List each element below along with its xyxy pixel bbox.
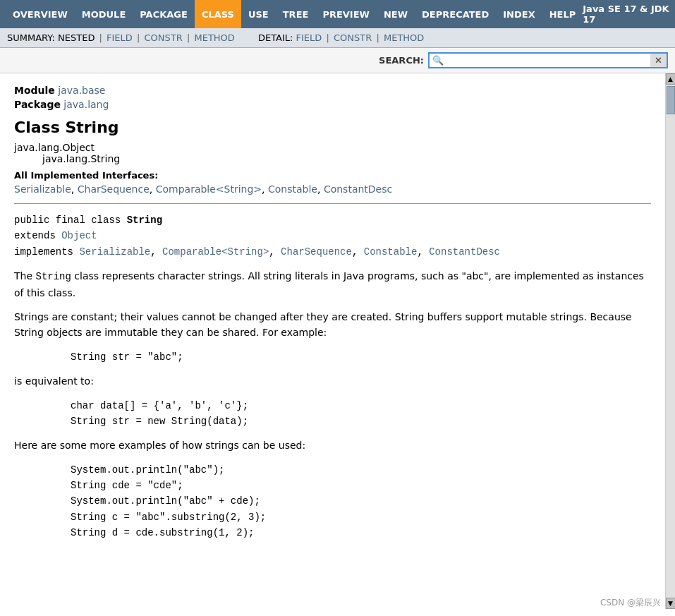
inheritance-string: java.lang.String xyxy=(42,153,651,164)
interface-serializable[interactable]: Serializable xyxy=(14,183,71,195)
code-line: char data[] = {'a', 'b', 'c'}; xyxy=(71,398,651,413)
summary-label: SUMMARY: xyxy=(7,32,55,43)
sep4: | xyxy=(326,32,329,43)
detail-method[interactable]: METHOD xyxy=(384,32,424,43)
description-para2: Strings are constant; their values canno… xyxy=(14,309,651,341)
package-link[interactable]: java.lang xyxy=(63,99,109,110)
top-navigation: OVERVIEW MODULE PACKAGE CLASS USE TREE P… xyxy=(0,0,675,28)
nav-item-new[interactable]: NEW xyxy=(377,0,415,28)
interface-charsequence[interactable]: CharSequence xyxy=(78,183,150,195)
summary-nested: NESTED xyxy=(58,32,95,43)
code-line: String str = new String(data); xyxy=(71,413,651,429)
nav-item-index[interactable]: INDEX xyxy=(496,0,542,28)
class-declaration: public final class String extends Object… xyxy=(14,212,651,260)
sep1: | xyxy=(99,32,102,43)
search-bar: SEARCH: 🔍 ✕ xyxy=(0,48,675,73)
code-line: String cde = "cde"; xyxy=(71,478,651,493)
watermark: CSDN @梁辰兴 xyxy=(600,597,661,609)
nav-item-preview[interactable]: PREVIEW xyxy=(315,0,377,28)
sep3: | xyxy=(187,32,190,43)
nav-item-module[interactable]: MODULE xyxy=(75,0,133,28)
nav-item-use[interactable]: USE xyxy=(241,0,276,28)
interface-constable[interactable]: Constable xyxy=(268,183,317,195)
nav-item-help[interactable]: HELP xyxy=(542,0,583,28)
section-divider xyxy=(14,203,651,204)
search-label: SEARCH: xyxy=(379,55,424,66)
scroll-thumb[interactable] xyxy=(667,86,675,114)
detail-constr[interactable]: CONSTR xyxy=(334,32,372,43)
summary-constr[interactable]: CONSTR xyxy=(145,32,183,43)
nav-item-deprecated[interactable]: DEPRECATED xyxy=(415,0,496,28)
code-line: System.out.println("abc" + cde); xyxy=(71,493,651,509)
sep2: | xyxy=(137,32,140,43)
code-line: String d = cde.substring(1, 2); xyxy=(71,525,651,540)
code-line: String c = "abc".substring(2, 3); xyxy=(71,509,651,525)
decl-impl-charsequence[interactable]: CharSequence xyxy=(281,246,352,258)
module-link[interactable]: java.base xyxy=(58,85,105,96)
main-content: Module java.base Package java.lang Class… xyxy=(0,73,665,609)
decl-impl-serializable[interactable]: Serializable xyxy=(79,246,150,258)
decl-impl-comparable[interactable]: Comparable<String> xyxy=(162,246,269,258)
decl-implements-keyword: implements xyxy=(14,246,79,258)
nav-item-class[interactable]: CLASS xyxy=(195,0,241,28)
search-wrapper: 🔍 ✕ xyxy=(428,52,668,68)
description-para1: The String class represents character st… xyxy=(14,268,651,301)
code-example1: String str = "abc"; xyxy=(71,349,651,365)
interface-constantdesc[interactable]: ConstantDesc xyxy=(324,183,392,195)
module-label: Module xyxy=(14,85,55,96)
interfaces-list: Serializable, CharSequence, Comparable<S… xyxy=(14,183,651,195)
decl-impl-constantdesc[interactable]: ConstantDesc xyxy=(429,246,500,258)
scrollbar[interactable]: ▲ ▼ xyxy=(665,73,675,609)
sub-navigation: SUMMARY: NESTED | FIELD | CONSTR | METHO… xyxy=(0,28,675,48)
summary-method[interactable]: METHOD xyxy=(194,32,234,43)
decl-extends-class[interactable]: Object xyxy=(61,230,97,241)
nav-item-package[interactable]: PACKAGE xyxy=(133,0,195,28)
package-label: Package xyxy=(14,99,61,110)
inheritance-object[interactable]: java.lang.Object xyxy=(14,142,651,153)
version-label: Java SE 17 & JDK 17 xyxy=(583,4,669,25)
nav-item-overview[interactable]: OVERVIEW xyxy=(6,0,75,28)
decl-modifiers: public final class xyxy=(14,215,127,226)
search-input[interactable] xyxy=(446,54,650,67)
search-clear-button[interactable]: ✕ xyxy=(650,54,667,67)
page-wrapper: Module java.base Package java.lang Class… xyxy=(0,73,675,609)
module-line: Module java.base xyxy=(14,85,651,96)
class-title: Class String xyxy=(14,119,651,136)
sep5: | xyxy=(376,32,379,43)
package-line: Package java.lang xyxy=(14,99,651,110)
scroll-up-arrow[interactable]: ▲ xyxy=(666,73,676,85)
code-line: System.out.println("abc"); xyxy=(71,462,651,478)
decl-impl-constable[interactable]: Constable xyxy=(364,246,418,258)
interfaces-label: All Implemented Interfaces: xyxy=(14,170,651,181)
code-example3: System.out.println("abc"); String cde = … xyxy=(71,462,651,541)
nav-item-tree[interactable]: TREE xyxy=(276,0,316,28)
code-example2: char data[] = {'a', 'b', 'c'}; String st… xyxy=(71,398,651,430)
detail-label: DETAIL: xyxy=(258,32,293,43)
inheritance-tree: java.lang.Object java.lang.String xyxy=(14,142,651,164)
search-icon: 🔍 xyxy=(430,54,446,67)
interface-comparable[interactable]: Comparable<String> xyxy=(156,183,262,195)
description-para3: Here are some more examples of how strin… xyxy=(14,437,651,453)
description-equivalent: is equivalent to: xyxy=(14,373,651,389)
decl-extends-keyword: extends xyxy=(14,230,61,241)
scroll-down-arrow[interactable]: ▼ xyxy=(666,598,676,609)
decl-classname: String xyxy=(127,215,162,226)
summary-field[interactable]: FIELD xyxy=(107,32,133,43)
detail-field[interactable]: FIELD xyxy=(296,32,322,43)
